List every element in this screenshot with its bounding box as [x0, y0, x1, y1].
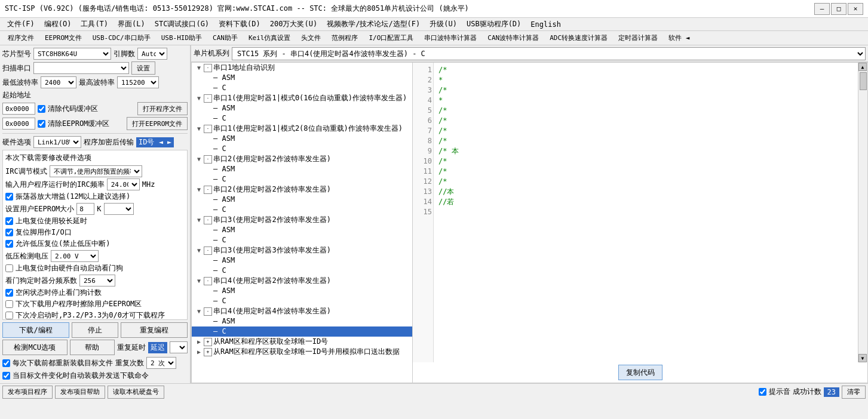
publish-help-btn[interactable]: 发布项目帮助 [55, 386, 105, 399]
menu-item[interactable]: 工具(T) [76, 18, 113, 30]
menu-item[interactable]: USB驱动程序(D) [462, 18, 526, 30]
tree-node[interactable]: ▼ - 串口3(使用定时器2作波特率发生器) [192, 215, 412, 225]
irc-mode-select[interactable]: 不调节,使用内部预置的频率 [50, 165, 142, 177]
tree-node-uart4-t4[interactable]: ▼ - 串口4(使用定时器4作波特率发生器) [192, 306, 412, 316]
copy-code-btn[interactable]: 复制代码 [618, 365, 662, 380]
cold-boot-check[interactable] [5, 312, 13, 319]
watchdog-check[interactable] [5, 264, 13, 272]
tree-leaf-asm[interactable]: — ASM [192, 103, 412, 113]
maximize-button[interactable]: □ [831, 3, 846, 15]
scroll-down-btn[interactable]: ▼ [858, 354, 867, 362]
toolbar-tab[interactable]: 范例程序 [326, 32, 363, 44]
tree-node[interactable]: ▼ - 串口3(使用定时器3作波特率发生器) [192, 245, 412, 255]
min-baud-select[interactable]: 2400 [41, 76, 76, 88]
reset-pin-check[interactable] [5, 229, 13, 236]
menu-item[interactable]: 升级(U) [425, 18, 462, 30]
amp-check[interactable] [5, 193, 13, 201]
toolbar-tab[interactable]: USB-CDC/串口助手 [87, 32, 156, 44]
tree-node[interactable]: ▼ - 串口4(使用定时器2作波特率发生器) [192, 276, 412, 286]
toolbar-tab[interactable]: USB-HID助手 [156, 32, 207, 44]
drive-count-select[interactable]: Auto [137, 48, 167, 60]
menu-item[interactable]: 资料下载(D) [214, 18, 265, 30]
id-option[interactable]: ID号 ◄ ► [136, 137, 174, 147]
tree-leaf-asm-uart4[interactable]: — ASM [192, 316, 412, 326]
irc-freq-select[interactable]: 24.000 [107, 178, 140, 190]
low-voltage-check[interactable] [5, 240, 13, 248]
program-addr-input[interactable] [2, 103, 35, 115]
clear-eeprom-check[interactable] [38, 120, 45, 128]
tree-node[interactable]: ▼ - 串口1(使用定时器1|模式0(16位自动重载)作波特率发生器) [192, 93, 412, 103]
tree-leaf-asm[interactable]: — ASM [192, 164, 412, 174]
tree-leaf-c[interactable]: — C [192, 235, 412, 245]
toolbar-tab[interactable]: 串口波特率计算器 [419, 32, 482, 44]
toolbar-tab[interactable]: 程序文件 [2, 32, 39, 44]
wdt-div-select[interactable]: 256 [79, 275, 115, 286]
reprogram-btn[interactable]: 重复编程 [121, 322, 188, 338]
tree-leaf-c[interactable]: — C [192, 83, 412, 93]
scroll-up-btn[interactable]: ▲ [858, 63, 867, 71]
tree-leaf-asm[interactable]: — ASM [192, 286, 412, 296]
toolbar-tab[interactable]: I/O口配置工具 [363, 32, 419, 44]
erase-eeprom-check[interactable] [5, 300, 13, 308]
clear-code-check[interactable] [38, 105, 45, 113]
menu-item[interactable]: 界面(L) [113, 18, 150, 30]
toolbar-tab[interactable]: CAN助手 [207, 32, 243, 44]
clear-count-btn[interactable]: 清零 [842, 386, 866, 399]
toolbar-tab[interactable]: CAN波特率计算器 [482, 32, 544, 44]
tree-node[interactable]: ▼ - 串口2(使用定时器2作波特率发生器) [192, 154, 412, 164]
tree-leaf-c[interactable]: — C [192, 113, 412, 124]
retry-delay-value[interactable]: 延迟 [148, 342, 167, 353]
tree-leaf-c[interactable]: — C [192, 144, 412, 154]
toolbar-tab[interactable]: EEPROM文件 [39, 32, 87, 44]
tree-leaf-c[interactable]: — C [192, 296, 412, 306]
prompt-sound-check[interactable] [759, 388, 766, 396]
toolbar-tab[interactable]: ADC转换速度计算器 [544, 32, 613, 44]
tree-leaf-asm[interactable]: — ASM [192, 195, 412, 205]
stop-btn[interactable]: 停止 [72, 322, 118, 338]
open-program-btn[interactable]: 打开程序文件 [137, 102, 188, 115]
menu-item[interactable]: STC调试接口(G) [150, 18, 214, 30]
check-mcu-btn[interactable]: 检测MCU选项 [2, 340, 68, 355]
vertical-scrollbar[interactable]: ▲ ▼ [858, 63, 867, 362]
menu-item[interactable]: 200万大奖(U) [265, 18, 322, 30]
tree-leaf-c-uart4-selected[interactable]: — C [192, 326, 412, 337]
toolbar-tab[interactable]: 定时器计算器 [613, 32, 663, 44]
tree-leaf-asm[interactable]: — ASM [192, 225, 412, 235]
menu-item[interactable]: English [526, 19, 566, 30]
tree-node[interactable]: ▼ - 串口1(使用定时器1|模式2(8位自动重载)作波特率发生器) [192, 124, 412, 134]
close-button[interactable]: ✕ [848, 3, 863, 15]
eeprom-addr-input[interactable] [2, 118, 35, 130]
toolbar-tab[interactable]: Keil仿真设置 [243, 32, 296, 44]
download-btn[interactable]: 下载/编程 [2, 322, 69, 338]
publish-project-btn[interactable]: 发布项目程序 [2, 386, 53, 399]
reload-target-check[interactable] [2, 359, 10, 367]
tree-leaf-c[interactable]: — C [192, 174, 412, 184]
eeprom-size-input[interactable] [76, 203, 94, 215]
tree-leaf-asm[interactable]: — ASM [192, 134, 412, 144]
toolbar-tab[interactable]: 软件 ◄ [663, 32, 695, 44]
retry-count-select[interactable]: 2 次 [146, 357, 176, 369]
retry-delay-select[interactable] [170, 341, 188, 353]
help-btn[interactable]: 帮助 [70, 340, 115, 355]
tree-leaf-asm[interactable]: — ASM [192, 255, 412, 266]
link-option-select[interactable]: Link1/U8W脱机 [33, 136, 81, 148]
tree-leaf-c[interactable]: — C [192, 205, 412, 215]
max-baud-select[interactable]: 115200 [117, 76, 159, 88]
eeprom-unit-select[interactable] [104, 203, 134, 215]
scroll-thumb[interactable] [860, 72, 867, 90]
open-eeprom-btn[interactable]: 打开EEPROM文件 [127, 117, 188, 130]
auto-send-check[interactable] [2, 372, 10, 380]
menu-item[interactable]: 视频教学/技术论坛/选型(F) [322, 18, 425, 30]
toolbar-tab[interactable]: 头文件 [296, 32, 326, 44]
hardware-options-scroll[interactable]: 本次下载需要修改硬件选项 IRC调节模式 不调节,使用内部预置的频率 输入用户程… [2, 150, 188, 320]
tree-node-ram-serial[interactable]: ▶ + 从RAM区和程序区获取全球唯一ID号并用模拟串口送出数据 [192, 347, 412, 357]
menu-item[interactable]: 编程(O) [39, 18, 76, 30]
menu-item[interactable]: 文件(F) [2, 18, 39, 30]
scan-port-select[interactable] [33, 62, 129, 74]
tree-node[interactable]: ▼ - 串口1地址自动识别 [192, 63, 412, 73]
idle-stop-check[interactable] [5, 289, 13, 297]
code-content[interactable]: /* * /* * /* /* /* /* /* 本 /* /* /* //本 … [434, 63, 858, 362]
detect-voltage-select[interactable]: 2.00 V [51, 250, 99, 262]
tree-node[interactable]: ▼ - 串口2(使用定时器2作波特率发生器) [192, 184, 412, 195]
tree-node-ram-id[interactable]: ▶ + 从RAM区和程序区获取全球唯一ID号 [192, 337, 412, 347]
